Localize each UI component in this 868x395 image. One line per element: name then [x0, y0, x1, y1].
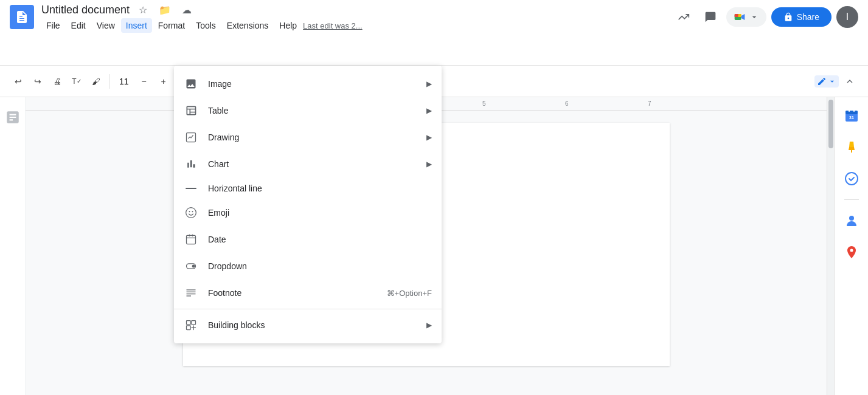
sidebar-contacts-icon[interactable]	[841, 210, 863, 232]
dropdown-icon	[184, 259, 198, 273]
drawing-label: Drawing	[208, 132, 412, 142]
svg-rect-26	[187, 321, 191, 325]
menu-divider	[174, 309, 442, 309]
spell-check-button[interactable]: T✓	[68, 73, 85, 90]
svg-rect-27	[192, 321, 196, 325]
menu-insert[interactable]: Insert	[121, 18, 152, 33]
insert-dropdown-menu: Image ▶ Table ▶ Drawing ▶ Chart ▶ Horizo…	[174, 66, 442, 343]
insert-dropdown-item[interactable]: Dropdown	[174, 253, 442, 280]
svg-point-10	[845, 173, 858, 185]
table-label: Table	[208, 106, 412, 115]
insert-drawing-item[interactable]: Drawing ▶	[174, 124, 442, 151]
folder-icon[interactable]: 📁	[156, 1, 173, 18]
insert-date-item[interactable]: Date	[174, 226, 442, 253]
trending-icon-btn[interactable]	[673, 6, 695, 28]
menu-edit[interactable]: Edit	[66, 18, 91, 33]
svg-rect-28	[187, 326, 191, 330]
svg-rect-6	[849, 109, 850, 112]
document-title[interactable]: Untitled document	[41, 4, 130, 16]
svg-text:31: 31	[849, 115, 854, 120]
chart-icon	[184, 157, 198, 171]
menu-file[interactable]: File	[41, 18, 65, 33]
svg-rect-3	[738, 14, 741, 17]
drawing-arrow: ▶	[426, 133, 432, 142]
menu-format[interactable]: Format	[153, 18, 190, 33]
dropdown-label: Dropdown	[208, 261, 432, 271]
svg-rect-7	[853, 109, 855, 112]
topbar-right: Share I	[673, 6, 858, 28]
paint-format-button[interactable]: 🖌	[88, 73, 105, 90]
insert-chart-item[interactable]: Chart ▶	[174, 151, 442, 177]
footnote-label: Footnote	[208, 288, 377, 298]
building-blocks-arrow: ▶	[426, 321, 432, 329]
edit-mode-area[interactable]	[814, 75, 839, 88]
svg-point-12	[850, 249, 853, 252]
horizontal-line-icon	[184, 188, 198, 189]
footnote-shortcut: ⌘+Option+F	[387, 289, 432, 298]
horizontal-line-label: Horizontal line	[208, 184, 262, 193]
svg-point-21	[192, 265, 195, 268]
share-button[interactable]: Share	[771, 7, 832, 27]
insert-image-item[interactable]: Image ▶	[174, 70, 442, 97]
sidebar-tasks-icon[interactable]	[841, 168, 863, 190]
image-arrow: ▶	[426, 80, 432, 88]
title-area: Untitled document ☆ 📁 ☁ File Edit View I…	[41, 1, 665, 33]
chart-label: Chart	[208, 159, 412, 169]
toolbar-divider-1	[109, 74, 110, 89]
cloud-icon[interactable]: ☁	[178, 1, 195, 18]
insert-emoji-item[interactable]: Emoji	[174, 199, 442, 226]
date-icon	[184, 232, 198, 247]
svg-rect-18	[189, 235, 190, 236]
svg-rect-5	[845, 111, 858, 114]
sidebar-calendar-icon[interactable]: 31	[841, 105, 863, 126]
svg-point-16	[192, 211, 193, 212]
app-icon	[10, 5, 34, 29]
footnote-icon	[184, 286, 198, 300]
image-icon	[184, 77, 198, 91]
scrollbar-thumb[interactable]	[828, 100, 833, 148]
sidebar-left	[0, 97, 26, 395]
svg-marker-1	[741, 14, 745, 20]
insert-table-item[interactable]: Table ▶	[174, 97, 442, 124]
insert-building-blocks-item[interactable]: Building blocks ▶	[174, 312, 442, 338]
svg-rect-2	[734, 14, 738, 17]
menu-extensions[interactable]: Extensions	[222, 18, 273, 33]
sidebar-maps-icon[interactable]	[841, 241, 863, 263]
emoji-label: Emoji	[208, 208, 432, 218]
collapse-toolbar-button[interactable]	[841, 73, 858, 90]
horizontal-line-item[interactable]: Horizontal line	[174, 177, 442, 199]
menu-bar: File Edit View Insert Format Tools Exten…	[41, 18, 665, 33]
user-avatar[interactable]: I	[836, 6, 858, 28]
chart-arrow: ▶	[426, 160, 432, 168]
image-label: Image	[208, 79, 412, 89]
redo-button[interactable]: ↪	[29, 73, 46, 90]
emoji-icon	[184, 205, 198, 220]
share-label: Share	[797, 12, 819, 22]
print-button[interactable]: 🖨	[49, 73, 66, 90]
scrollbar[interactable]	[827, 97, 834, 395]
last-edit-text[interactable]: Last edit was 2...	[303, 21, 363, 30]
meet-button[interactable]	[726, 7, 766, 27]
star-icon[interactable]: ☆	[134, 1, 151, 18]
table-icon	[184, 103, 198, 118]
building-blocks-label: Building blocks	[208, 320, 412, 330]
menu-view[interactable]: View	[92, 18, 120, 33]
svg-rect-17	[187, 235, 196, 244]
font-size-decrease[interactable]: −	[136, 73, 153, 90]
undo-button[interactable]: ↩	[10, 73, 27, 90]
sidebar-keep-icon[interactable]	[841, 136, 863, 158]
comment-icon-btn[interactable]	[700, 6, 721, 28]
menu-help[interactable]: Help	[274, 18, 302, 33]
menu-tools[interactable]: Tools	[191, 18, 221, 33]
drawing-icon	[184, 130, 198, 145]
svg-point-15	[189, 211, 190, 212]
topbar: Untitled document ☆ 📁 ☁ File Edit View I…	[0, 0, 868, 66]
font-size-display[interactable]: 11	[115, 75, 133, 88]
insert-footnote-item[interactable]: Footnote ⌘+Option+F	[174, 280, 442, 306]
svg-rect-9	[851, 150, 852, 153]
building-blocks-icon	[184, 318, 198, 332]
date-label: Date	[208, 235, 432, 244]
page-icon	[0, 97, 25, 140]
font-size-increase[interactable]: +	[155, 73, 172, 90]
sidebar-right: 31	[834, 97, 868, 395]
